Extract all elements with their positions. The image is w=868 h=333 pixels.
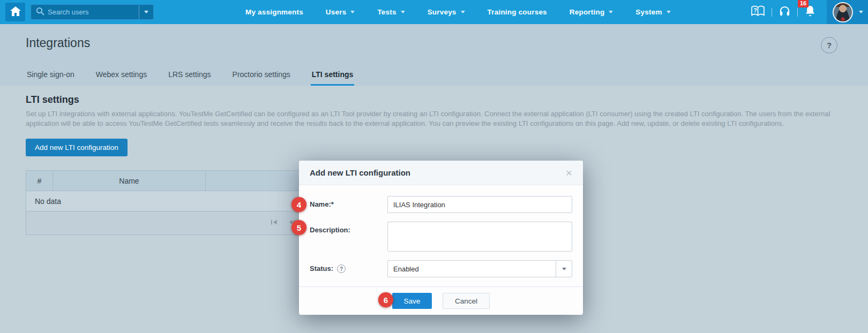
first-page-icon	[271, 219, 278, 227]
search-options-dropdown[interactable]	[139, 5, 153, 19]
nav-system[interactable]: System	[635, 8, 670, 16]
page-header: Integrations ? Single sign-on Webex sett…	[0, 24, 868, 86]
integration-tabs: Single sign-on Webex settings LRS settin…	[26, 70, 354, 86]
dialog-footer: Save Cancel	[299, 286, 583, 315]
tab-lrs-settings[interactable]: LRS settings	[167, 70, 212, 86]
step-badge-5: 5	[291, 220, 306, 235]
status-label: Status:	[310, 264, 333, 273]
page-help-button[interactable]: ?	[821, 37, 837, 54]
profile-menu[interactable]	[827, 0, 868, 24]
chevron-down-icon	[350, 11, 355, 13]
column-header-number: #	[26, 171, 53, 191]
nav-users[interactable]: Users	[326, 8, 355, 16]
svg-text:?: ?	[753, 7, 757, 13]
nav-my-assignments[interactable]: My assignments	[245, 8, 303, 16]
status-field-row: Status: ? Enabled	[310, 260, 572, 277]
paginator-first-page-button[interactable]	[270, 218, 279, 228]
notifications-button[interactable]: 16	[804, 5, 816, 19]
dialog-title: Add new LTI configuration	[310, 168, 566, 177]
step-badge-4: 4	[291, 197, 306, 212]
chevron-down-icon	[144, 11, 148, 13]
notification-count-badge: 16	[798, 0, 809, 7]
description-field-row: Description:	[310, 222, 572, 252]
avatar[interactable]	[833, 2, 853, 22]
add-lti-configuration-dialog: Add new LTI configuration × Name:* Descr…	[299, 161, 583, 315]
description-label: Description:	[310, 222, 387, 252]
tab-proctorio-settings[interactable]: Proctorio settings	[231, 70, 291, 86]
status-dropdown[interactable]: Enabled	[387, 260, 572, 277]
nav-surveys[interactable]: Surveys	[428, 8, 465, 16]
search-input[interactable]	[48, 8, 139, 16]
name-field-row: Name:*	[310, 196, 572, 213]
dialog-header: Add new LTI configuration ×	[299, 161, 583, 185]
chevron-down-icon	[859, 11, 863, 13]
user-search-box[interactable]	[31, 4, 154, 20]
tab-lti-settings[interactable]: LTI settings	[311, 70, 355, 86]
dropdown-caret-box[interactable]	[556, 261, 572, 277]
tab-single-sign-on[interactable]: Single sign-on	[26, 70, 76, 86]
section-heading: LTI settings	[26, 94, 868, 105]
status-label-wrap: Status: ?	[310, 260, 387, 277]
save-button[interactable]: Save	[392, 293, 432, 309]
tab-webex-settings[interactable]: Webex settings	[95, 70, 148, 86]
status-selected-value: Enabled	[388, 265, 556, 273]
page-title: Integrations	[26, 36, 90, 50]
cancel-button[interactable]: Cancel	[443, 293, 490, 309]
top-navigation-bar: My assignments Users Tests Surveys Train…	[0, 0, 868, 24]
add-lti-configuration-button[interactable]: Add new LTI configuration	[26, 139, 128, 156]
nav-training-courses[interactable]: Training courses	[488, 8, 547, 16]
name-label: Name:*	[310, 196, 387, 213]
column-header-name: Name	[53, 171, 206, 191]
dialog-body: Name:* Description: Status: ? Enabled	[299, 185, 583, 277]
user-manual-button[interactable]: ?	[751, 5, 765, 20]
chevron-down-icon	[667, 11, 671, 13]
close-icon[interactable]: ×	[566, 167, 572, 178]
home-icon	[10, 6, 21, 18]
name-input[interactable]	[387, 196, 572, 213]
step-badge-6: 6	[378, 292, 393, 307]
chevron-down-icon	[609, 11, 613, 13]
status-help-icon[interactable]: ?	[337, 264, 346, 273]
home-button[interactable]	[5, 3, 25, 21]
divider	[772, 8, 772, 17]
chevron-down-icon	[562, 268, 566, 270]
nav-tests[interactable]: Tests	[377, 8, 405, 16]
section-description: Set up LTI integrations with external ap…	[26, 109, 851, 128]
search-icon	[31, 7, 48, 18]
main-navigation: My assignments Users Tests Surveys Train…	[245, 0, 671, 24]
chevron-down-icon	[401, 11, 405, 13]
support-button[interactable]	[779, 5, 791, 19]
chevron-down-icon	[461, 11, 465, 13]
description-textarea[interactable]	[387, 222, 572, 252]
divider	[797, 8, 798, 17]
headphones-icon	[779, 5, 791, 19]
manual-book-icon: ?	[751, 5, 765, 20]
topbar-right-icons: ? 16	[751, 0, 868, 24]
nav-reporting[interactable]: Reporting	[570, 8, 613, 16]
